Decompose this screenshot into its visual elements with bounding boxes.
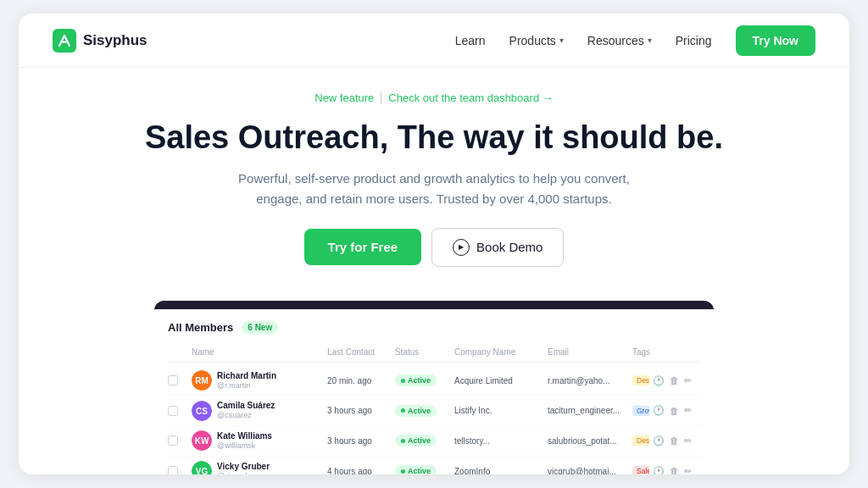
row-checkbox[interactable] — [168, 375, 178, 385]
avatar: VG — [192, 461, 212, 474]
hero-title: Sales Outreach, The way it should be. — [145, 119, 723, 157]
member-info: CS Camila Suárez @csuarez — [188, 400, 324, 421]
edit-icon[interactable]: ✏ — [684, 405, 692, 416]
nav-pricing[interactable]: Pricing — [676, 34, 712, 47]
avatar: KW — [192, 430, 212, 451]
hero-section: New feature Check out the team dashboard… — [19, 68, 849, 301]
edit-icon[interactable]: ✏ — [684, 466, 692, 474]
row-checkbox[interactable] — [168, 435, 178, 446]
table-row: VG Vicky Gruber @vicgrub_ 4 hours ago Ac… — [168, 457, 700, 474]
table-header-row: All Members 6 New — [168, 321, 700, 334]
tags-cell: Design Growth Marketing +4 — [629, 375, 649, 385]
member-name: Vicky Gruber — [217, 461, 270, 472]
actions-cell: 🕐 🗑 ✏ — [649, 435, 700, 446]
row-checkbox[interactable] — [168, 406, 178, 416]
edit-icon[interactable]: ✏ — [684, 375, 692, 386]
logo-text: Sisyphus — [83, 32, 147, 49]
member-details: Richard Martin @r.martin — [217, 370, 276, 391]
svg-text:RM: RM — [195, 376, 209, 385]
email-cell: r.martin@yaho... — [544, 376, 629, 385]
col-company: Company Name — [451, 346, 544, 358]
svg-rect-0 — [53, 29, 76, 53]
window-bar — [154, 301, 714, 309]
clock-icon[interactable]: 🕐 — [653, 405, 665, 416]
tag: Design — [632, 435, 649, 446]
status-cell: Active — [392, 374, 451, 386]
row-checkbox[interactable] — [168, 466, 178, 474]
clock-icon[interactable]: 🕐 — [653, 375, 665, 386]
avatar: RM — [192, 370, 212, 391]
svg-text:VG: VG — [196, 467, 209, 474]
try-now-button[interactable]: Try Now — [736, 25, 815, 56]
actions-cell: 🕐 🗑 ✏ — [649, 466, 700, 474]
delete-icon[interactable]: 🗑 — [670, 406, 679, 416]
email-cell: vicgrub@hotmai... — [544, 467, 629, 474]
delete-icon[interactable]: 🗑 — [670, 375, 679, 385]
company-cell: Listify Inc. — [451, 406, 544, 415]
col-checkbox — [168, 346, 188, 358]
col-last-contact: Last Contact — [324, 346, 392, 358]
col-email: Email — [544, 346, 629, 358]
logo-icon — [53, 29, 76, 53]
play-icon: ▶ — [453, 239, 470, 256]
book-demo-button[interactable]: ▶ Book Demo — [431, 228, 564, 267]
member-name: Richard Martin — [217, 370, 276, 381]
actions-cell: 🕐 🗑 ✏ — [649, 405, 700, 416]
email-cell: taciturn_engineer... — [544, 406, 629, 415]
last-contact-cell: 4 hours ago — [324, 467, 392, 474]
member-handle: @r.martin — [217, 381, 276, 391]
col-actions — [654, 346, 704, 358]
tag: Growth — [632, 406, 649, 416]
svg-text:CS: CS — [196, 407, 208, 416]
member-info: KW Kate Williams @williamsk — [188, 430, 324, 452]
header: Sisyphus Learn Products ▾ Resources ▾ Pr… — [19, 14, 849, 68]
member-info: VG Vicky Gruber @vicgrub_ — [188, 461, 324, 474]
col-status: Status — [392, 346, 451, 358]
main-nav: Learn Products ▾ Resources ▾ Pricing Try… — [455, 25, 815, 56]
member-info: RM Richard Martin @r.martin — [188, 370, 324, 391]
table-row: CS Camila Suárez @csuarez 3 hours ago Ac… — [168, 396, 700, 426]
tag: Design — [632, 375, 649, 385]
clock-icon[interactable]: 🕐 — [653, 435, 665, 446]
email-cell: salubrious_potat... — [544, 436, 629, 446]
member-details: Kate Williams @williamsk — [217, 430, 272, 452]
banner-divider — [381, 92, 381, 104]
company-cell: ZoomInfo — [451, 467, 544, 474]
tags-cell: Design Product Marketing +4 — [629, 435, 649, 446]
member-handle: @csuarez — [217, 411, 275, 421]
delete-icon[interactable]: 🗑 — [670, 466, 679, 474]
nav-resources[interactable]: Resources ▾ — [587, 34, 652, 47]
avatar: CS — [192, 401, 212, 421]
hero-subtitle: Powerful, self-serve product and growth … — [222, 169, 646, 209]
table-columns: Name Last Contact Status Company Name Em… — [168, 342, 700, 363]
clock-icon[interactable]: 🕐 — [653, 466, 665, 474]
resources-chevron-icon: ▾ — [648, 36, 652, 45]
member-handle: @vicgrub_ — [217, 472, 270, 474]
try-free-button[interactable]: Try for Free — [304, 229, 422, 265]
delete-icon[interactable]: 🗑 — [670, 435, 679, 446]
member-name: Camila Suárez — [217, 400, 275, 411]
table-title: All Members — [168, 321, 233, 334]
status-cell: Active — [392, 435, 451, 446]
new-feature-label: New feature — [314, 92, 374, 104]
member-details: Vicky Gruber @vicgrub_ — [217, 461, 270, 474]
col-tags: Tags — [629, 346, 654, 358]
tags-cell: Sales Growth Product +3 — [629, 466, 649, 474]
tags-cell: Growth Marketing Product +4 — [629, 406, 649, 416]
table-row: KW Kate Williams @williamsk 3 hours ago … — [168, 426, 700, 457]
company-cell: tellstory... — [451, 436, 544, 446]
nav-learn[interactable]: Learn — [455, 34, 486, 47]
nav-products[interactable]: Products ▾ — [509, 34, 564, 47]
member-details: Camila Suárez @csuarez — [217, 400, 275, 421]
svg-text:KW: KW — [195, 436, 209, 446]
edit-icon[interactable]: ✏ — [684, 435, 692, 446]
member-handle: @williamsk — [217, 441, 272, 452]
actions-cell: 🕐 🗑 ✏ — [649, 375, 700, 386]
window-content: All Members 6 New Name Last Contact Stat… — [154, 309, 714, 474]
last-contact-cell: 20 min. ago — [324, 376, 392, 385]
table-row: RM Richard Martin @r.martin 20 min. ago … — [168, 366, 700, 396]
logo: Sisyphus — [53, 29, 147, 53]
member-name: Kate Williams — [217, 430, 272, 441]
dashboard-link[interactable]: Check out the team dashboard → — [388, 92, 553, 104]
dashboard-preview: All Members 6 New Name Last Contact Stat… — [19, 301, 849, 474]
